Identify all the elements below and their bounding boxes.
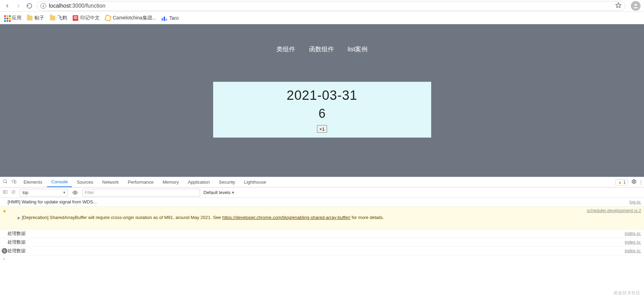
- bookmark-item[interactable]: Camelotchina集团...: [105, 15, 156, 21]
- site-info-icon[interactable]: i: [40, 3, 46, 9]
- filter-placeholder: Filter: [85, 190, 94, 195]
- devtools-left-actions: [3, 179, 19, 185]
- warning-icon: ▲: [1, 207, 8, 214]
- apps-grid-icon: [4, 15, 10, 21]
- url-text: localhost:3000/function: [49, 3, 106, 9]
- folder-icon: [50, 16, 55, 20]
- entry-message: 处理数据: [8, 230, 621, 237]
- apps-shortcut[interactable]: 应用: [4, 15, 21, 21]
- entry-message: 处理数据: [8, 247, 621, 254]
- tab-memory[interactable]: Memory: [158, 177, 183, 187]
- devtools-panel: Elements Console Sources Network Perform…: [0, 177, 644, 298]
- duplicate-count-badge: 6: [2, 248, 7, 254]
- bookmarks-bar: 应用 帖子 飞鹤 印 印记中文 Camelotchina集团... Taro: [0, 12, 644, 24]
- entry-source-link[interactable]: scheduler.development.js:2: [587, 207, 641, 214]
- arrow-right-icon: [15, 3, 21, 9]
- bookmark-item[interactable]: Taro: [162, 15, 179, 21]
- console-filter-input[interactable]: Filter: [82, 189, 200, 196]
- svg-point-10: [74, 192, 76, 193]
- nav-link-function-component[interactable]: 函数组件: [309, 45, 334, 53]
- page-nav: 类组件 函数组件 list案例: [0, 24, 644, 53]
- live-expression-icon[interactable]: [71, 189, 79, 196]
- folder-icon: [27, 16, 33, 20]
- warn-text-after: for more details.: [351, 215, 384, 220]
- entry-source-link[interactable]: log.js:: [629, 199, 641, 205]
- bookmark-label: 帖子: [35, 15, 44, 21]
- bookmark-item[interactable]: 印 印记中文: [73, 15, 100, 21]
- bookmark-label: 飞鹤: [57, 15, 67, 21]
- person-icon: [633, 3, 639, 9]
- tab-console[interactable]: Console: [47, 177, 72, 187]
- tab-network[interactable]: Network: [98, 177, 123, 187]
- nav-back-button[interactable]: [3, 2, 11, 10]
- clear-console-icon[interactable]: [11, 190, 16, 195]
- bookmark-item[interactable]: 飞鹤: [50, 15, 67, 21]
- svg-line-9: [12, 191, 15, 193]
- console-log-area: [HMR] Waiting for update signal from WDS…: [0, 198, 644, 298]
- entry-message: 处理数据: [8, 239, 621, 246]
- nav-reload-button[interactable]: [26, 2, 33, 10]
- increment-button[interactable]: +1: [317, 125, 327, 133]
- counter-display: 6: [217, 106, 428, 121]
- camelot-icon: [105, 15, 111, 21]
- inspect-element-icon[interactable]: [3, 179, 8, 185]
- svg-rect-3: [12, 180, 15, 182]
- entry-source-link[interactable]: index.js:: [625, 230, 641, 237]
- log-levels-select[interactable]: Default levels: [203, 190, 234, 195]
- bookmark-label: Taro: [169, 15, 179, 21]
- entry-source-link[interactable]: index.js:: [625, 239, 641, 246]
- tab-elements[interactable]: Elements: [19, 177, 46, 187]
- devtools-tabs: Elements Console Sources Network Perform…: [0, 177, 644, 187]
- url-bar[interactable]: i localhost:3000/function: [37, 1, 625, 11]
- devtools-settings-icon[interactable]: [631, 179, 637, 185]
- console-entry: [HMR] Waiting for update signal from WDS…: [0, 198, 644, 207]
- warning-triangle-icon: ▲: [618, 180, 622, 185]
- issues-warning-chip[interactable]: ▲ 1: [615, 179, 628, 185]
- browser-toolbar: i localhost:3000/function: [0, 0, 644, 12]
- date-display: 2021-03-31: [217, 88, 428, 103]
- nav-link-list-example[interactable]: list案例: [348, 45, 368, 53]
- svg-point-1: [635, 4, 637, 6]
- tab-sources[interactable]: Sources: [73, 177, 98, 187]
- console-entry: 6 处理数据 index.js:: [0, 247, 644, 255]
- taro-icon: [162, 15, 167, 21]
- console-entry: 处理数据 index.js:: [0, 229, 644, 238]
- console-sidebar-toggle-icon[interactable]: [3, 190, 8, 195]
- execution-context-select[interactable]: top: [19, 189, 68, 196]
- tab-lighthouse[interactable]: Lighthouse: [240, 177, 270, 187]
- yinji-icon: 印: [73, 15, 78, 21]
- console-filter-bar: top Filter Default levels: [0, 187, 644, 198]
- url-host: localhost: [49, 3, 71, 9]
- console-entry: 处理数据 index.js:: [0, 238, 644, 247]
- warn-text-before: [Deprecation] SharedArrayBuffer will req…: [22, 215, 222, 220]
- bookmark-label: Camelotchina集团...: [113, 15, 156, 21]
- tab-application[interactable]: Application: [184, 177, 214, 187]
- entry-gutter: 6: [1, 247, 8, 254]
- nav-forward-button[interactable]: [15, 2, 22, 10]
- nav-link-class-component[interactable]: 类组件: [276, 45, 295, 53]
- arrow-left-icon: [4, 3, 10, 9]
- url-path: :3000/function: [71, 3, 106, 9]
- entry-source-link[interactable]: index.js:: [625, 247, 641, 254]
- deprecation-link[interactable]: https://developer.chrome.com/blog/enabli…: [222, 215, 350, 220]
- page-content: 类组件 函数组件 list案例 2021-03-31 6 +1: [0, 24, 644, 177]
- context-value: top: [22, 190, 28, 195]
- tab-performance[interactable]: Performance: [124, 177, 157, 187]
- watermark-text: 掘金技术社区: [614, 290, 641, 296]
- demo-card: 2021-03-31 6 +1: [213, 82, 431, 138]
- bookmark-label: 印记中文: [80, 15, 100, 21]
- entry-message: ▶[Deprecation] SharedArrayBuffer will re…: [8, 207, 583, 228]
- svg-marker-0: [616, 2, 621, 7]
- device-toolbar-icon[interactable]: [11, 179, 17, 185]
- profile-avatar-button[interactable]: [631, 1, 641, 11]
- svg-rect-6: [3, 191, 7, 193]
- tab-security[interactable]: Security: [215, 177, 239, 187]
- apps-label: 应用: [12, 15, 21, 21]
- svg-point-5: [633, 181, 635, 182]
- devtools-menu-icon[interactable]: ⋮: [638, 179, 644, 185]
- bookmark-star-icon[interactable]: [615, 2, 622, 10]
- console-prompt[interactable]: ›: [0, 255, 644, 262]
- expand-triangle-icon[interactable]: ▶: [18, 216, 20, 220]
- console-entry-warning: ▲ ▶[Deprecation] SharedArrayBuffer will …: [0, 207, 644, 229]
- bookmark-item[interactable]: 帖子: [27, 15, 44, 21]
